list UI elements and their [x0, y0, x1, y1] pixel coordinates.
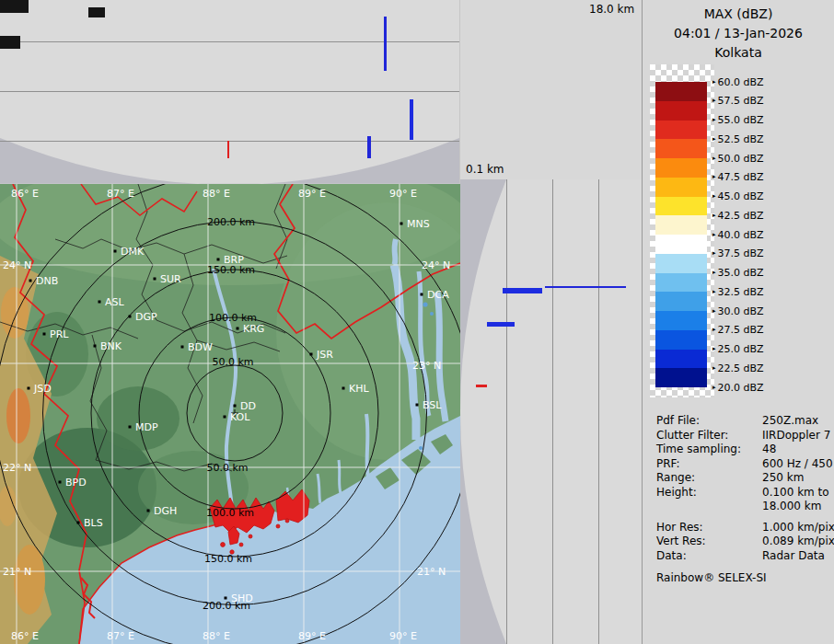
station-label: DCA	[427, 289, 449, 301]
scale-label: ▸42.5 dBZ	[712, 210, 764, 222]
scale-tick-arrow-icon: ▸	[712, 247, 716, 259]
scale-color-cell	[655, 292, 707, 311]
height-gridline	[506, 179, 507, 644]
scale-label: ▸55.0 dBZ	[712, 114, 764, 126]
height-gridline	[0, 41, 459, 42]
info-value: 18.000 km	[762, 500, 821, 514]
scale-tick-arrow-icon: ▸	[712, 324, 716, 336]
info-row: Vert Res:0.089 km/pixel	[656, 535, 831, 549]
scale-label: ▸50.0 dBZ	[712, 153, 764, 165]
station-dot	[217, 259, 220, 261]
longitude-label: 88° E	[203, 188, 230, 200]
scale-color-cell	[655, 82, 707, 101]
range-ring-label: 100.0 km	[206, 507, 254, 519]
station-dot	[94, 345, 97, 348]
scale-label: ▸60.0 dBZ	[712, 76, 764, 88]
scale-tick-arrow-icon: ▸	[712, 153, 716, 165]
scale-tick-arrow-icon: ▸	[712, 190, 716, 202]
range-ring-label: 150.0 km	[204, 553, 252, 565]
scale-color-cell	[655, 330, 707, 350]
station-label: SHD	[231, 592, 253, 604]
scale-tick-arrow-icon: ▸	[712, 305, 716, 317]
station-label: SUR	[160, 273, 181, 285]
longitude-label: 86° E	[11, 188, 39, 200]
scale-tick-arrow-icon: ▸	[712, 133, 716, 145]
station-dot	[225, 597, 227, 600]
site-label: Kolkata	[643, 43, 834, 63]
dbz-color-scale	[655, 82, 707, 387]
latitude-label: 22° N	[3, 462, 31, 474]
height-gridline	[0, 91, 459, 92]
map-canvas: 200.0 km150.0 km100.0 km50.0 km50.0 km10…	[0, 184, 460, 644]
station-dot	[77, 522, 80, 524]
station-label: BRP	[224, 254, 244, 266]
info-label	[656, 500, 762, 514]
scale-label: ▸30.0 dBZ	[712, 305, 764, 317]
scale-tick-arrow-icon: ▸	[712, 210, 716, 222]
info-value: 250Z.max	[762, 414, 818, 429]
echo-mark-top	[367, 136, 371, 158]
scale-tick-arrow-icon: ▸	[712, 95, 716, 107]
info-label: Time sampling:	[656, 443, 762, 457]
scale-label: ▸57.5 dBZ	[712, 95, 764, 107]
scale-label: ▸32.5 dBZ	[712, 286, 764, 298]
info-label: Hor Res:	[656, 521, 762, 535]
station-dot	[237, 328, 239, 330]
info-row: Hor Res:1.000 km/pixel	[656, 521, 831, 535]
product-title: MAX (dBZ)	[643, 5, 834, 24]
longitude-label: 87° E	[107, 188, 134, 200]
radar-app-window: 18.0 km 0.1 km	[0, 0, 834, 644]
station-dot	[234, 405, 237, 408]
info-label: Height:	[656, 486, 762, 500]
scale-tick-arrow-icon: ▸	[712, 362, 716, 374]
longitude-label: 90° E	[389, 630, 417, 642]
longitude-label: 88° E	[203, 630, 230, 642]
echo-mark-side	[545, 286, 626, 288]
corner-label-box	[88, 7, 105, 17]
scale-label: ▸25.0 dBZ	[712, 343, 764, 355]
echo-mark-top	[410, 99, 413, 140]
scale-tick-arrow-icon: ▸	[712, 267, 716, 279]
info-value: 48	[762, 443, 776, 457]
beam-coverage-wedge-side	[460, 179, 642, 644]
legend-panel: MAX (dBZ) 04:01 / 13-Jan-2026 Kolkata ▸6…	[642, 0, 834, 644]
radar-map-view[interactable]: 200.0 km150.0 km100.0 km50.0 km50.0 km10…	[0, 184, 460, 644]
scale-tick-arrow-icon: ▸	[712, 229, 716, 241]
echo-mark-side	[503, 288, 542, 293]
info-label: Data:	[656, 549, 762, 564]
station-label: DGP	[135, 311, 157, 323]
station-dot	[98, 301, 101, 304]
echo-mark-top-red	[227, 141, 229, 158]
scale-color-cell	[655, 178, 707, 197]
station-label: DNB	[36, 275, 58, 287]
title-block: MAX (dBZ) 04:01 / 13-Jan-2026 Kolkata	[643, 0, 834, 63]
scale-color-cell	[655, 235, 707, 254]
info-value: 0.089 km/pixel	[762, 535, 834, 549]
station-label: KHL	[349, 383, 369, 395]
beam-coverage-wedge-top	[0, 0, 459, 184]
latitude-label: 24° N	[3, 259, 31, 271]
top-height-profile-view[interactable]	[0, 0, 460, 184]
scale-color-cell	[655, 215, 707, 235]
station-label: BDW	[188, 341, 213, 353]
scale-label: ▸47.5 dBZ	[712, 171, 764, 183]
scale-label: ▸35.0 dBZ	[712, 267, 764, 279]
station-dot	[154, 278, 156, 281]
info-row: Data:Radar Data	[656, 549, 831, 564]
latitude-label: 23° N	[412, 360, 441, 372]
scale-color-cell	[655, 101, 707, 121]
info-value: 1.000 km/pixel	[762, 521, 834, 535]
info-value: Radar Data	[762, 549, 825, 564]
side-height-profile-view[interactable]	[460, 179, 642, 644]
station-dot	[224, 416, 226, 419]
scale-label: ▸37.5 dBZ	[712, 247, 764, 259]
scale-tick-arrow-icon: ▸	[712, 382, 716, 394]
longitude-label: 89° E	[298, 188, 326, 200]
software-brand: Rainbow® SELEX-SI	[656, 571, 831, 586]
station-label: ASL	[105, 296, 125, 308]
station-label: PRL	[50, 328, 69, 340]
station-label: JSD	[33, 383, 52, 395]
station-dot	[28, 387, 30, 390]
station-dot	[129, 426, 132, 429]
scale-label: ▸27.5 dBZ	[712, 324, 764, 336]
